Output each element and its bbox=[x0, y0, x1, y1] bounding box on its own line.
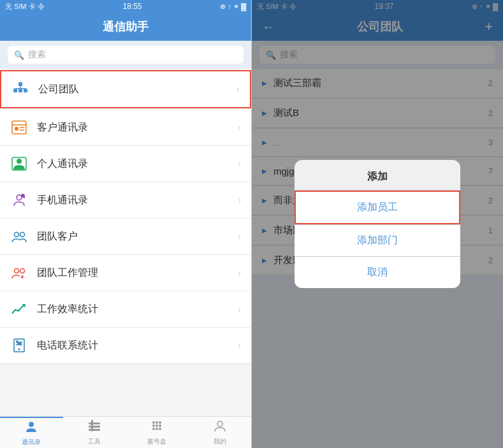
svg-point-14 bbox=[15, 233, 19, 237]
svg-point-16 bbox=[15, 269, 19, 273]
menu-item-efficiency[interactable]: 工作效率统计 › bbox=[0, 291, 251, 328]
left-search-input-wrap[interactable]: 🔍 搜索 bbox=[8, 46, 244, 64]
svg-point-11 bbox=[17, 159, 22, 164]
tab-mine-label: 我的 bbox=[214, 437, 226, 446]
svg-rect-0 bbox=[18, 82, 22, 86]
svg-point-22 bbox=[18, 349, 20, 350]
add-employee-button[interactable]: 添加员工 bbox=[295, 191, 460, 224]
svg-point-30 bbox=[159, 421, 161, 424]
menu-label-customer-contacts: 客户通讯录 bbox=[37, 121, 229, 134]
left-panel: 无 SIM 卡 令 18:55 ⊕ ↑ ✶ ▓ 通信助手 🔍 搜索 bbox=[0, 0, 252, 448]
left-search-placeholder: 搜索 bbox=[28, 49, 46, 61]
team-work-icon bbox=[10, 264, 28, 282]
menu-label-efficiency: 工作效率统计 bbox=[37, 303, 229, 316]
right-panel: 无 SIM 卡 令 19:37 ⊕ ↑ ✶ ▓ ← 公司团队 + 🔍 搜索 ▶ … bbox=[252, 0, 503, 448]
menu-item-company-team[interactable]: 公司团队 › bbox=[0, 70, 251, 108]
status-left-time: 18:55 bbox=[123, 2, 142, 11]
status-bar-left: 无 SIM 卡 令 18:55 ⊕ ↑ ✶ ▓ bbox=[0, 0, 251, 13]
svg-rect-25 bbox=[89, 426, 100, 428]
tab-contacts-icon bbox=[24, 419, 38, 437]
svg-point-15 bbox=[20, 233, 25, 237]
svg-point-8 bbox=[15, 127, 18, 131]
svg-point-32 bbox=[156, 424, 158, 427]
svg-rect-26 bbox=[89, 429, 100, 431]
svg-point-17 bbox=[20, 269, 25, 273]
tab-tools-label: 工具 bbox=[88, 437, 101, 446]
team-customer-icon bbox=[10, 228, 28, 245]
menu-chevron-efficiency: › bbox=[238, 304, 241, 314]
svg-rect-1 bbox=[13, 89, 17, 92]
menu-chevron-personal-contacts: › bbox=[238, 159, 241, 169]
company-team-icon bbox=[11, 80, 29, 98]
svg-rect-24 bbox=[89, 423, 100, 424]
svg-point-35 bbox=[156, 428, 158, 430]
svg-rect-3 bbox=[24, 89, 27, 92]
svg-point-23 bbox=[29, 422, 34, 427]
phone-contacts-icon bbox=[10, 191, 28, 209]
svg-point-28 bbox=[152, 421, 155, 424]
svg-rect-2 bbox=[18, 89, 22, 92]
svg-point-29 bbox=[156, 421, 158, 424]
svg-point-34 bbox=[152, 428, 155, 430]
tab-mine-icon bbox=[213, 419, 227, 436]
menu-label-company-team: 公司团队 bbox=[38, 83, 228, 96]
svg-rect-27 bbox=[91, 420, 93, 431]
modal-box: 添加 添加员工 添加部门 取消 bbox=[295, 160, 460, 288]
tab-tools[interactable]: 工具 bbox=[63, 417, 126, 448]
left-menu-list: 公司团队 › 客户通讯录 › bbox=[0, 69, 251, 416]
tab-contacts[interactable]: 通讯录 bbox=[0, 417, 63, 448]
status-left-signal: 无 SIM 卡 令 bbox=[5, 2, 45, 11]
svg-point-33 bbox=[159, 424, 161, 427]
efficiency-icon bbox=[10, 300, 28, 318]
menu-item-team-customer[interactable]: 团队客户 › bbox=[0, 219, 251, 255]
menu-chevron-phone-contacts: › bbox=[238, 195, 241, 205]
svg-point-37 bbox=[217, 421, 222, 426]
left-search-icon: 🔍 bbox=[14, 50, 24, 60]
tab-mine[interactable]: 我的 bbox=[189, 417, 252, 448]
customer-contacts-icon bbox=[10, 119, 28, 136]
tab-dialpad-icon bbox=[150, 419, 164, 436]
menu-item-phone-stat[interactable]: 电话联系统计 › bbox=[0, 328, 251, 364]
bottom-tabs: 通讯录 工具 bbox=[0, 416, 251, 448]
phone-stat-icon bbox=[10, 336, 28, 354]
add-department-button[interactable]: 添加部门 bbox=[295, 225, 460, 256]
modal-overlay[interactable]: 添加 添加员工 添加部门 取消 bbox=[252, 0, 503, 448]
svg-point-31 bbox=[152, 424, 155, 427]
menu-label-phone-stat: 电话联系统计 bbox=[37, 339, 229, 352]
menu-chevron-phone-stat: › bbox=[238, 340, 241, 350]
menu-item-customer-contacts[interactable]: 客户通讯录 › bbox=[0, 110, 251, 146]
tab-dialpad[interactable]: 拨号盘 bbox=[126, 417, 189, 448]
menu-item-personal-contacts[interactable]: 个人通讯录 › bbox=[0, 146, 251, 182]
menu-label-team-work: 团队工作管理 bbox=[37, 266, 229, 280]
svg-point-36 bbox=[159, 428, 161, 430]
menu-chevron-customer-contacts: › bbox=[238, 122, 241, 133]
menu-chevron-team-customer: › bbox=[238, 231, 241, 242]
modal-cancel-button[interactable]: 取消 bbox=[295, 257, 460, 288]
menu-item-phone-contacts[interactable]: 手机通讯录 › bbox=[0, 182, 251, 219]
menu-item-team-work[interactable]: 团队工作管理 › bbox=[0, 255, 251, 291]
tab-dialpad-label: 拨号盘 bbox=[147, 437, 166, 446]
personal-contacts-icon bbox=[10, 155, 28, 173]
menu-chevron-team-work: › bbox=[238, 268, 241, 278]
menu-chevron-company-team: › bbox=[237, 84, 240, 94]
modal-title: 添加 bbox=[295, 160, 460, 190]
left-header: 通信助手 bbox=[0, 13, 251, 41]
left-search-bar: 🔍 搜索 bbox=[0, 41, 251, 69]
tab-contacts-label: 通讯录 bbox=[22, 438, 41, 447]
menu-label-team-customer: 团队客户 bbox=[37, 230, 229, 243]
left-header-title: 通信助手 bbox=[103, 19, 149, 34]
menu-label-personal-contacts: 个人通讯录 bbox=[37, 157, 229, 171]
status-left-icons: ⊕ ↑ ✶ ▓ bbox=[220, 3, 246, 11]
menu-label-phone-contacts: 手机通讯录 bbox=[37, 194, 229, 207]
tab-tools-icon bbox=[87, 419, 101, 436]
